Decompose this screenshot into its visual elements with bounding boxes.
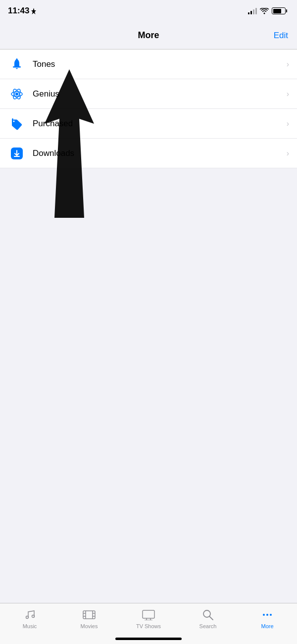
svg-rect-19 [143,610,154,618]
svg-point-11 [32,615,35,618]
chevron-icon-genius: › [287,90,289,99]
chevron-icon-purchased: › [287,119,289,128]
svg-point-27 [270,614,272,616]
home-indicator [115,638,182,640]
tab-music[interactable]: Music [0,608,59,629]
more-tab-label: More [261,623,273,629]
tab-movies[interactable]: Movies [59,608,119,629]
location-icon [31,8,36,14]
tab-tvshows[interactable]: TV Shows [119,608,178,629]
svg-point-1 [16,58,18,60]
menu-label-downloads: Downloads [33,149,287,158]
menu-item-tones[interactable]: Tones › [0,50,297,79]
menu-label-tones: Tones [33,59,287,69]
menu-item-downloads[interactable]: Downloads › [0,139,297,168]
edit-button[interactable]: Edit [274,31,288,41]
svg-point-10 [26,616,29,619]
menu-label-genius: Genius [33,89,287,99]
status-icons [248,7,287,14]
battery-icon [272,7,287,14]
status-time: 11:43 [8,6,36,16]
menu-list: Tones › Genius › Purchased › [0,50,297,168]
svg-point-2 [15,93,18,96]
more-tab-icon [261,608,274,621]
chevron-icon-tones: › [287,60,289,69]
download-icon [8,145,26,162]
signal-bars-icon [248,7,257,14]
svg-point-25 [263,614,265,616]
tvshows-tab-icon [142,608,155,621]
chevron-icon-downloads: › [287,149,289,158]
page-title: More [138,30,159,41]
tvshows-tab-label: TV Shows [136,623,161,629]
svg-rect-12 [83,611,95,619]
music-tab-label: Music [23,623,37,629]
menu-item-genius[interactable]: Genius › [0,79,297,109]
svg-rect-0 [13,66,21,68]
search-tab-icon [201,608,214,621]
movies-tab-label: Movies [81,623,98,629]
svg-point-26 [266,614,268,616]
music-tab-icon [23,608,36,621]
menu-label-purchased: Purchased [33,119,287,129]
svg-line-24 [210,617,213,620]
tab-more[interactable]: More [238,608,297,629]
svg-point-6 [13,120,15,122]
tab-search[interactable]: Search [178,608,238,629]
bell-icon [8,55,26,73]
search-tab-label: Search [199,623,217,629]
nav-header: More Edit [0,22,297,50]
movies-tab-icon [83,608,96,621]
wifi-icon [260,8,269,14]
menu-item-purchased[interactable]: Purchased › [0,109,297,139]
atom-icon [8,85,26,103]
tag-icon [8,115,26,133]
status-bar: 11:43 [0,0,297,22]
